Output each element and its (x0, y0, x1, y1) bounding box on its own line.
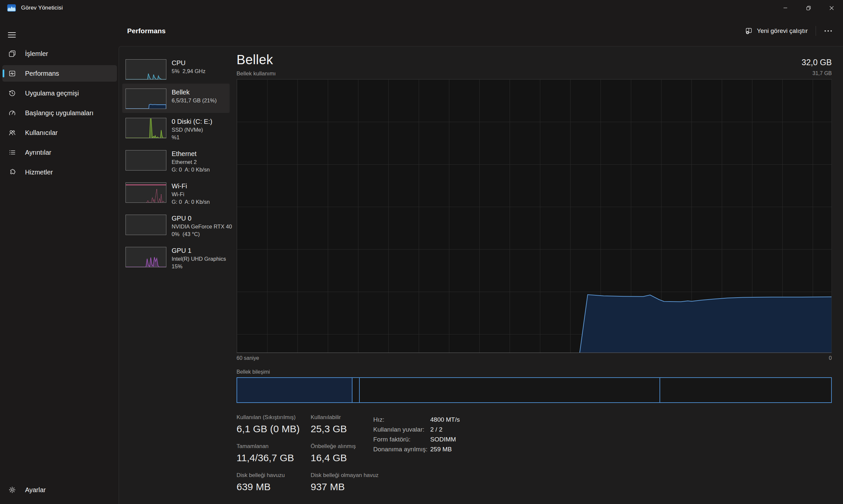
perf-item-title: Wi-Fi (172, 181, 210, 191)
stat-nonpaged-pool: Disk belleği olmayan havuz 937 MB (311, 472, 373, 492)
performance-icon (8, 70, 16, 77)
details-icon (8, 148, 16, 156)
form-factor-value: SODIMM (430, 434, 460, 445)
perf-item-title: 0 Diski (C: E:) (172, 117, 212, 126)
memory-usage-chart[interactable] (236, 79, 832, 353)
perf-item-cpu[interactable]: CPU 5% 2,94 GHz (122, 54, 230, 84)
perf-item-subtitle: Ethernet 2 (172, 158, 210, 166)
run-new-task-button[interactable]: Yeni görevi çalıştır (741, 24, 812, 38)
selected-accent-pill (3, 70, 4, 77)
x-axis-left-label: 60 saniye (236, 355, 259, 361)
composition-segment-standby[interactable] (359, 378, 660, 402)
memory-detail-panel: Bellek 32,0 GB Bellek kullanımı 31,7 GB … (230, 47, 843, 504)
perf-item-subtitle: SSD (NVMe) (172, 126, 212, 134)
title-bar: Görev Yöneticisi (0, 0, 843, 16)
sidebar-item-islemler[interactable]: İşlemler (2, 46, 117, 62)
slots-value: 2 / 2 (430, 425, 460, 434)
perf-item-subtitle: NVIDIA GeForce RTX 40 (172, 223, 227, 231)
wifi-mini-chart (125, 182, 166, 203)
perf-item-title: CPU (172, 58, 206, 68)
new-task-icon (745, 28, 753, 35)
startup-apps-icon (8, 109, 16, 117)
stat-cached: Önbelleğe alınmış 16,4 GB (311, 443, 373, 464)
performance-metric-list: CPU 5% 2,94 GHz Bellek 6,5/31,7 GB (21%) (119, 47, 230, 504)
perf-item-subtitle: Intel(R) UHD Graphics (172, 255, 226, 263)
hamburger-icon (7, 31, 16, 38)
memory-stats-grid: Kullanılan (Sıkıştırılmış) 6,1 GB (0 MB)… (236, 414, 373, 492)
restore-icon (806, 6, 811, 10)
total-memory-value: 32,0 GB (802, 58, 832, 67)
main-header: Performans Yeni görevi çalıştır (119, 16, 843, 46)
speed-value: 4800 MT/s (430, 415, 460, 425)
stat-committed: Tamamlanan 11,4/36,7 GB (236, 443, 311, 464)
sidebar-item-label: Kullanıcılar (25, 129, 58, 137)
perf-item-disk0[interactable]: 0 Diski (C: E:) SSD (NVMe) %1 (122, 113, 230, 145)
gpu1-mini-chart (125, 247, 166, 267)
sidebar-item-baslangic-uygulamalari[interactable]: Başlangıç uygulamaları (2, 105, 117, 121)
memory-composition-bar (236, 377, 832, 403)
close-button[interactable] (820, 0, 843, 16)
menu-toggle-button[interactable] (5, 29, 19, 41)
perf-item-title: GPU 1 (172, 246, 226, 255)
composition-segment-free[interactable] (660, 378, 831, 402)
sidebar-item-label: Ayarlar (25, 486, 46, 494)
hw-reserved-value: 259 MB (430, 445, 460, 454)
perf-item-subtitle: 5% 2,94 GHz (172, 68, 206, 75)
close-icon (829, 6, 834, 10)
sidebar-item-label: Uygulama geçmişi (25, 90, 79, 97)
sidebar-item-ayarlar[interactable]: Ayarlar (2, 482, 117, 498)
perf-item-title: GPU 0 (172, 214, 227, 223)
minimize-icon (784, 6, 787, 10)
perf-item-title: Ethernet (172, 149, 210, 158)
perf-item-ethernet[interactable]: Ethernet Ethernet 2 G: 0 A: 0 Kb/sn (122, 145, 230, 177)
gpu0-mini-chart (125, 215, 166, 235)
sidebar-nav: İşlemler Performans Uygulama geçmişi (0, 46, 119, 180)
composition-segment-in-use[interactable] (237, 378, 352, 402)
processes-icon (8, 50, 16, 58)
sidebar-item-performans[interactable]: Performans (2, 65, 117, 82)
sidebar-item-hizmetler[interactable]: Hizmetler (2, 164, 117, 180)
sidebar-item-label: Ayrıntılar (25, 149, 51, 156)
hardware-details-table: Hız: 4800 MT/s Kullanılan yuvalar: 2 / 2… (373, 415, 460, 492)
sidebar-item-label: Başlangıç uygulamaları (25, 109, 93, 117)
ethernet-mini-chart (125, 150, 166, 170)
disk-mini-chart (125, 118, 166, 138)
run-new-task-label: Yeni görevi çalıştır (757, 27, 808, 35)
page-title: Performans (127, 27, 166, 35)
perf-item-subtitle: Wi-Fi (172, 191, 210, 198)
window-title: Görev Yöneticisi (21, 5, 63, 11)
sidebar-item-label: İşlemler (25, 50, 48, 58)
stat-paged-pool: Disk belleği havuzu 639 MB (236, 472, 311, 492)
x-axis-right-label: 0 (829, 355, 832, 361)
restore-button[interactable] (797, 0, 820, 16)
memory-mini-chart (125, 89, 166, 109)
gear-icon (8, 486, 16, 494)
users-icon (8, 129, 16, 137)
detail-title: Bellek (236, 52, 273, 67)
usage-chart-caption: Bellek kullanımı (236, 70, 276, 77)
more-options-button[interactable] (819, 27, 837, 35)
sidebar: İşlemler Performans Uygulama geçmişi (0, 16, 119, 504)
ellipsis-icon (825, 30, 826, 32)
perf-item-title: Bellek (172, 88, 217, 97)
minimize-button[interactable] (774, 0, 797, 16)
sidebar-item-ayrintilar[interactable]: Ayrıntılar (2, 144, 117, 161)
performance-card: CPU 5% 2,94 GHz Bellek 6,5/31,7 GB (21%) (119, 46, 843, 504)
cpu-mini-chart (125, 59, 166, 80)
stat-available: Kullanılabilir 25,3 GB (311, 414, 373, 434)
sidebar-item-kullanicilar[interactable]: Kullanıcılar (2, 124, 117, 141)
y-axis-max-label: 31,7 GB (812, 70, 832, 77)
perf-item-wifi[interactable]: Wi-Fi Wi-Fi G: 0 A: 0 Kb/sn (122, 177, 230, 210)
perf-item-gpu0[interactable]: GPU 0 NVIDIA GeForce RTX 40 0% (43 °C) (122, 210, 230, 242)
perf-item-gpu1[interactable]: GPU 1 Intel(R) UHD Graphics 15% (122, 242, 230, 274)
task-manager-app-icon (7, 4, 16, 12)
perf-item-bellek[interactable]: Bellek 6,5/31,7 GB (21%) (122, 84, 230, 113)
perf-item-subtitle: 6,5/31,7 GB (21%) (172, 97, 217, 104)
app-history-icon (8, 89, 16, 97)
sidebar-item-uygulama-gecmisi[interactable]: Uygulama geçmişi (2, 85, 117, 102)
stat-used: Kullanılan (Sıkıştırılmış) 6,1 GB (0 MB) (236, 414, 311, 434)
services-icon (8, 168, 16, 176)
composition-segment-modified[interactable] (352, 378, 359, 402)
sidebar-item-label: Performans (25, 70, 59, 77)
composition-caption: Bellek bileşimi (236, 369, 832, 375)
